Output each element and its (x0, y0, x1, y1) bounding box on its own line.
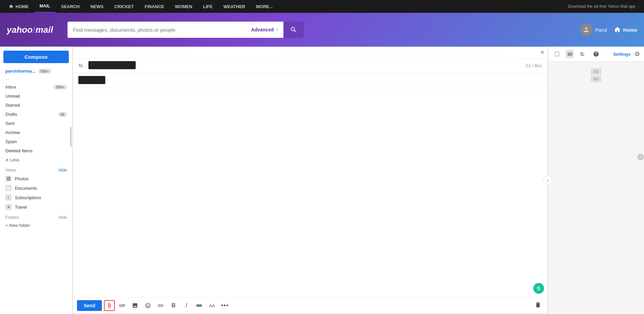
link-button[interactable] (155, 300, 166, 311)
nav-items: HOME MAIL SEARCH NEWS CRICKET FINANCE WO… (3, 0, 568, 13)
nav-cricket[interactable]: CRICKET (109, 0, 139, 13)
avatar (580, 24, 592, 36)
sidebar-item-spam[interactable]: Spam (0, 137, 72, 146)
header: yahoo!mail Advanced Parul Home (0, 13, 644, 47)
home-label: Home (623, 27, 637, 33)
compose-subject-value[interactable] (78, 76, 105, 84)
sidebar-item-deleted-items[interactable]: Deleted Items (0, 146, 72, 155)
compose-to-row: To Cc / Bcc (73, 58, 547, 73)
settings-gear-icon[interactable]: ⚙ (635, 50, 640, 58)
nav-weather[interactable]: WEATHER (218, 0, 251, 13)
compose-button[interactable]: Compose (3, 51, 69, 63)
help-icon[interactable] (591, 49, 601, 59)
top-nav: HOME MAIL SEARCH NEWS CRICKET FINANCE WO… (0, 0, 644, 13)
sidebar-item-sent[interactable]: Sent (0, 119, 72, 128)
yahoo-logo: yahoo!mail (7, 25, 61, 35)
more-options-button[interactable]: ••• (219, 300, 230, 311)
nav-home[interactable]: HOME (3, 0, 34, 13)
compose-header: × (73, 47, 547, 58)
compose-panel: × To Cc / Bcc G Send GIF (73, 47, 548, 314)
view-toggle-icon[interactable] (552, 49, 562, 59)
font-size-button[interactable]: AA (207, 300, 217, 311)
nav-search[interactable]: SEARCH (56, 0, 85, 13)
user-label: parulsharma... 999+ (0, 67, 72, 74)
views-hide-link[interactable]: Hide (58, 168, 67, 173)
sidebar-item-drafts[interactable]: Drafts 36 (0, 110, 72, 119)
settings-link[interactable]: Settings (613, 52, 630, 57)
nav-ad-text: Download the ad-free Yahoo Mail app → (568, 4, 641, 9)
sidebar-item-unread[interactable]: Unread (0, 91, 72, 101)
compose-to-value[interactable] (88, 61, 136, 69)
nav-news[interactable]: NEWS (85, 0, 109, 13)
header-right: Parul Home (580, 24, 637, 36)
colors-button[interactable] (194, 300, 205, 311)
advanced-label: Advanced (251, 27, 274, 32)
info-button[interactable]: i (637, 154, 644, 160)
sidebar-item-archive[interactable]: Archive (0, 128, 72, 137)
compose-body[interactable]: G (73, 88, 547, 297)
sidebar-dots: ... (0, 74, 72, 82)
cc-bcc-link[interactable]: Cc / Bcc (526, 63, 542, 68)
ad-badge-bottom: AD (591, 76, 601, 82)
subscriptions-icon: 📧 (5, 194, 11, 201)
folders-header: Folders Hide (0, 212, 72, 221)
send-button[interactable]: Send (77, 300, 102, 311)
view-subscriptions[interactable]: 📧 Subscriptions (0, 193, 72, 202)
compose-to-label: To (78, 63, 88, 68)
new-folder-button[interactable]: + New folder (0, 221, 72, 230)
grammarly-button[interactable]: G (533, 283, 544, 294)
image-button[interactable] (130, 300, 140, 311)
attach-button[interactable] (104, 300, 115, 311)
ad-text: Download the ad-free Yahoo Mail app (568, 4, 635, 9)
delete-button[interactable] (533, 300, 543, 311)
gif-button[interactable]: GIF (117, 300, 128, 311)
compose-close-button[interactable]: × (540, 49, 544, 56)
compose-subject-row (73, 73, 547, 88)
nav-finance[interactable]: FINANCE (139, 0, 169, 13)
bold-button[interactable]: B (168, 300, 179, 311)
photos-icon: 🖼 (5, 176, 11, 182)
views-section: Views Hide (0, 164, 72, 174)
search-button[interactable] (284, 22, 304, 38)
nav-life[interactable]: LIFE (198, 0, 218, 13)
sidebar-scrollbar[interactable] (70, 127, 72, 147)
svg-point-2 (199, 304, 202, 307)
advanced-search-toggle[interactable]: Advanced (247, 22, 284, 38)
home-button[interactable]: Home (614, 26, 637, 33)
view-travel[interactable]: ✈ Travel (0, 202, 72, 212)
nav-more[interactable]: MORE... (250, 0, 278, 13)
ad-badge-top: AD (591, 69, 601, 75)
folders-hide-link[interactable]: Hide (58, 215, 67, 220)
expand-panel-button[interactable]: › (543, 176, 553, 185)
view-photos[interactable]: 🖼 Photos (0, 174, 72, 183)
travel-icon: ✈ (5, 204, 11, 210)
user-name: Parul (595, 27, 607, 33)
view-documents[interactable]: 📄 Documents (0, 183, 72, 193)
user-profile[interactable]: Parul (580, 24, 607, 36)
user-email[interactable]: parulsharma... (5, 69, 35, 74)
emoji-button[interactable] (142, 300, 153, 311)
calendar-icon[interactable]: 30 (566, 50, 574, 58)
documents-icon: 📄 (5, 185, 11, 191)
sidebar-item-starred[interactable]: Starred (0, 101, 72, 110)
compose-area: × To Cc / Bcc G Send GIF (73, 47, 548, 314)
nav-mail[interactable]: MAIL (34, 0, 56, 13)
ad-area: AD AD (548, 62, 644, 314)
main-layout: Compose parulsharma... 999+ ... Inbox 99… (0, 47, 644, 314)
compose-toolbar: Send GIF B I (73, 297, 547, 314)
compose-to-input-area (88, 61, 526, 70)
ad-arrow: → (637, 4, 641, 9)
right-panel-toolbar: 30 Settings ⚙ (548, 47, 644, 62)
sidebar-item-inbox[interactable]: Inbox 999+ (0, 82, 72, 91)
search-input[interactable] (68, 22, 247, 38)
italic-button[interactable]: I (181, 300, 192, 311)
search-bar: Advanced (68, 22, 304, 38)
less-button[interactable]: ∧ Less (0, 155, 72, 164)
user-badge: 999+ (38, 69, 51, 74)
right-panel: 30 Settings ⚙ AD AD i (548, 47, 644, 314)
notes-icon[interactable] (578, 49, 587, 59)
sidebar: Compose parulsharma... 999+ ... Inbox 99… (0, 47, 73, 314)
nav-women[interactable]: WOMEN (169, 0, 197, 13)
